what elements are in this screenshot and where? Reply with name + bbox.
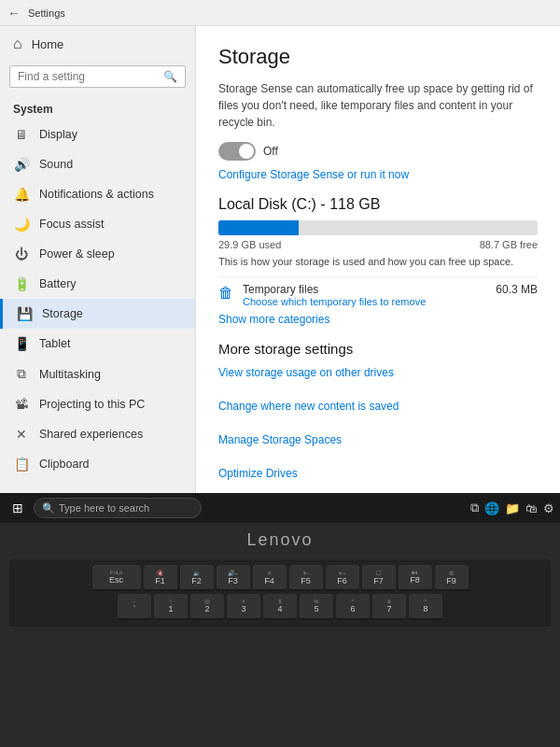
keyboard-row-numbers: ~` !1 @2 #3 $4 %5 ^6 &7 *8 [13, 594, 547, 620]
disk-title: Local Disk (C:) - 118 GB [218, 196, 538, 213]
settings-window: ⌂ Home 🔍 System 🖥 Display 🔊 Sound 🔔 Noti… [0, 26, 560, 493]
keyboard-row-fn: FnLkEsc 🔇F1 🔉F2 🔊+F3 ✕F4 ☀-F5 ☀+F6 ☐F7 ⏮… [13, 565, 547, 591]
tablet-icon: 📱 [13, 336, 30, 351]
power-icon: ⏻ [13, 247, 30, 261]
sidebar-item-tablet[interactable]: 📱 Tablet [0, 329, 195, 359]
key-f3[interactable]: 🔊+F3 [217, 565, 250, 591]
configure-link[interactable]: Configure Storage Sense or run it now [218, 168, 538, 181]
key-6[interactable]: ^6 [336, 594, 370, 620]
link-other-drives[interactable]: View storage usage on other drives [218, 366, 538, 379]
back-arrow-icon[interactable]: ← [7, 6, 21, 21]
key-f8[interactable]: ⏮F8 [399, 565, 432, 591]
more-settings-section: More storage settings View storage usage… [218, 341, 538, 493]
key-5[interactable]: %5 [300, 594, 333, 620]
laptop-body: Lenovo FnLkEsc 🔇F1 🔉F2 🔊+F3 ✕F4 ☀-F5 ☀+F… [0, 523, 560, 747]
temp-files-size: 60.3 MB [496, 283, 538, 296]
sidebar-item-focus[interactable]: 🌙 Focus assist [0, 209, 195, 239]
taskbar-search-icon: 🔍 [42, 502, 55, 514]
brand-label: Lenovo [246, 530, 313, 550]
key-f9[interactable]: ⚙F9 [435, 565, 469, 591]
sidebar-item-label: Storage [42, 307, 83, 320]
key-7[interactable]: &7 [372, 594, 406, 620]
sidebar-item-shared[interactable]: ✕ Shared experiences [0, 419, 195, 449]
title-bar-label: Settings [28, 7, 65, 19]
storage-item-info: Temporary files Choose which temporary f… [243, 283, 496, 307]
sidebar-item-clipboard[interactable]: 📋 Clipboard [0, 449, 195, 479]
title-bar: ← Settings [0, 0, 560, 26]
more-settings-heading: More storage settings [218, 341, 538, 357]
link-new-content[interactable]: Change where new content is saved [218, 400, 538, 413]
storage-sense-toggle[interactable] [218, 142, 256, 161]
sidebar-item-label: Battery [39, 277, 77, 290]
taskbar-icons: ⧉ 🌐 📁 🛍 ⚙ [470, 500, 554, 515]
key-f7[interactable]: ☐F7 [362, 565, 396, 591]
key-f6[interactable]: ☀+F6 [326, 565, 359, 591]
temp-files-icon: 🗑 [218, 285, 233, 302]
key-8[interactable]: *8 [409, 594, 442, 620]
temp-files-link[interactable]: Choose which temporary files to remove [243, 296, 496, 307]
sidebar-item-power[interactable]: ⏻ Power & sleep [0, 239, 195, 269]
projecting-icon: 📽 [13, 397, 30, 412]
taskbar: ⊞ 🔍 Type here to search ⧉ 🌐 📁 🛍 ⚙ [0, 493, 560, 523]
disk-bar-container [218, 220, 538, 235]
temp-files-name: Temporary files [243, 283, 496, 296]
battery-icon: 🔋 [13, 276, 30, 291]
sidebar-item-display[interactable]: 🖥 Display [0, 120, 195, 149]
sidebar-item-label: Tablet [39, 337, 70, 350]
search-input[interactable] [18, 70, 163, 83]
shared-icon: ✕ [13, 427, 30, 442]
sidebar-item-projecting[interactable]: 📽 Projecting to this PC [0, 389, 195, 419]
key-f4[interactable]: ✕F4 [253, 565, 287, 591]
disk-free-label: 88.7 GB free [480, 239, 538, 250]
show-more-link[interactable]: Show more categories [218, 313, 538, 326]
task-view-icon[interactable]: ⧉ [470, 500, 479, 515]
settings-links: View storage usage on other drives Chang… [218, 366, 538, 493]
search-icon: 🔍 [163, 70, 177, 83]
key-f5[interactable]: ☀-F5 [289, 565, 323, 591]
focus-icon: 🌙 [13, 217, 30, 232]
sound-icon: 🔊 [13, 157, 30, 172]
key-esc[interactable]: FnLkEsc [92, 565, 141, 591]
key-2[interactable]: @2 [190, 594, 224, 620]
disk-description: This is how your storage is used and how… [218, 256, 538, 267]
key-f2[interactable]: 🔉F2 [180, 565, 214, 591]
link-storage-spaces[interactable]: Manage Storage Spaces [218, 433, 538, 446]
key-tilde[interactable]: ~` [118, 594, 151, 620]
link-optimize[interactable]: Optimize Drives [218, 467, 538, 480]
storage-item: 🗑 Temporary files Choose which temporary… [218, 276, 538, 313]
sidebar-item-label: Shared experiences [39, 428, 143, 441]
sidebar-item-storage[interactable]: 💾 Storage [0, 299, 195, 329]
start-button[interactable]: ⊞ [6, 496, 30, 520]
taskbar-search[interactable]: 🔍 Type here to search [34, 498, 202, 518]
home-icon: ⌂ [13, 35, 22, 52]
settings-icon[interactable]: ⚙ [543, 501, 554, 515]
section-label: System [0, 97, 195, 120]
notifications-icon: 🔔 [13, 187, 30, 202]
key-f1[interactable]: 🔇F1 [144, 565, 177, 591]
key-1[interactable]: !1 [154, 594, 188, 620]
explorer-icon[interactable]: 📁 [505, 501, 520, 515]
storage-sense-description: Storage Sense can automatically free up … [218, 80, 538, 131]
store-icon[interactable]: 🛍 [525, 501, 538, 515]
edge-icon[interactable]: 🌐 [484, 501, 499, 515]
sidebar-item-multitasking[interactable]: ⧉ Multitasking [0, 359, 195, 389]
multitasking-icon: ⧉ [13, 366, 30, 382]
page-title: Storage [218, 45, 538, 69]
sidebar-item-label: Notifications & actions [39, 188, 154, 201]
sidebar-item-label: Clipboard [39, 458, 90, 471]
disk-section: Local Disk (C:) - 118 GB 29.9 GB used 88… [218, 196, 538, 326]
disk-bar-used [218, 220, 299, 235]
sidebar-home[interactable]: ⌂ Home [0, 26, 195, 62]
sidebar-item-battery[interactable]: 🔋 Battery [0, 269, 195, 299]
sidebar: ⌂ Home 🔍 System 🖥 Display 🔊 Sound 🔔 Noti… [0, 26, 196, 493]
search-box[interactable]: 🔍 [9, 65, 186, 88]
toggle-label: Off [263, 145, 278, 158]
key-4[interactable]: $4 [263, 594, 297, 620]
keyboard-area: FnLkEsc 🔇F1 🔉F2 🔊+F3 ✕F4 ☀-F5 ☀+F6 ☐F7 ⏮… [9, 559, 551, 627]
sidebar-item-sound[interactable]: 🔊 Sound [0, 149, 195, 179]
sidebar-item-label: Focus assist [39, 218, 104, 231]
sidebar-item-notifications[interactable]: 🔔 Notifications & actions [0, 179, 195, 209]
key-3[interactable]: #3 [227, 594, 260, 620]
storage-icon: 💾 [16, 306, 33, 321]
sidebar-item-label: Power & sleep [39, 247, 115, 261]
